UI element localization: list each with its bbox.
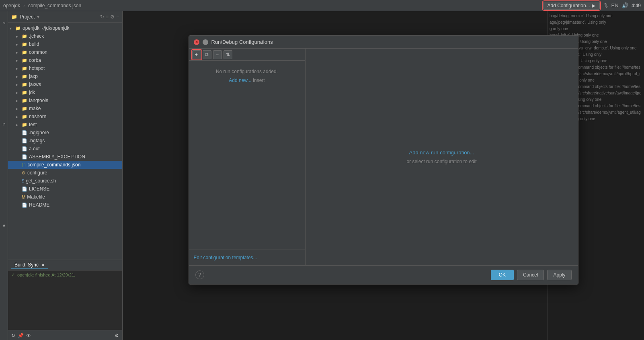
tree-item-label: .hgignore bbox=[29, 130, 49, 135]
folder-icon: 📁 bbox=[22, 98, 27, 103]
ok-button[interactable]: OK bbox=[491, 270, 514, 280]
tree-item[interactable]: ▸ 📁 corba bbox=[8, 56, 122, 64]
tree-item[interactable]: ▸ 📁 langtools bbox=[8, 96, 122, 104]
tree-item[interactable]: ▸ 📁 jaxws bbox=[8, 80, 122, 88]
dialog-action-bar: ? OK Cancel Apply bbox=[189, 265, 578, 284]
settings-icon[interactable]: ⚙ bbox=[110, 14, 115, 20]
tree-item[interactable]: ▸ $ get_source.sh bbox=[8, 177, 122, 185]
project-title: Project bbox=[20, 14, 35, 20]
apply-button[interactable]: Apply bbox=[547, 270, 571, 280]
project-icon[interactable]: P bbox=[0, 13, 8, 33]
or-select-text: or select run configuration to edit bbox=[406, 159, 476, 164]
build-tab[interactable]: Build: Sync ✕ bbox=[11, 261, 48, 269]
cancel-button[interactable]: Cancel bbox=[517, 270, 544, 280]
tree-item[interactable]: ▾ 📁 openjdk ~/jdk/openjdk bbox=[8, 24, 122, 32]
folder-icon: 📁 bbox=[22, 114, 27, 119]
folder-icon: 📁 bbox=[22, 74, 27, 79]
file-icon: 📄 bbox=[22, 146, 27, 152]
eye-icon[interactable]: 👁 bbox=[26, 333, 31, 338]
tree-item-label: README bbox=[29, 202, 49, 208]
run-debug-dialog: ✕ Run/Debug Configurations + bbox=[189, 35, 578, 285]
tree-item[interactable]: ▸ 📁 jaxp bbox=[8, 72, 122, 80]
project-name: openjdk bbox=[3, 3, 20, 8]
folder-icon: 📁 bbox=[22, 50, 27, 55]
copy-button[interactable]: ⧉ bbox=[203, 50, 211, 59]
tree-item-label: configure bbox=[27, 170, 47, 176]
dialog-close-button[interactable]: ✕ bbox=[194, 39, 199, 45]
project-header: 📁 Project ▾ ↻ ≡ ⚙ − bbox=[8, 11, 122, 23]
tree-item-label: a.out bbox=[29, 146, 40, 152]
tree-item-label: langtools bbox=[29, 98, 48, 103]
tree-item[interactable]: ▸ 📄 ASSEMBLY_EXCEPTION bbox=[8, 153, 122, 161]
help-icon: ? bbox=[198, 272, 201, 278]
add-new-link[interactable]: Add new... bbox=[229, 78, 251, 83]
favorites-icon[interactable]: ★ bbox=[0, 215, 8, 236]
top-bar-icons: ⇅ EN 🔊 4:49 bbox=[604, 2, 641, 8]
dialog-action-buttons: OK Cancel Apply bbox=[491, 270, 572, 280]
tree-item-selected[interactable]: ▸ { } compile_commands.json bbox=[8, 161, 122, 169]
tree-item-label: compile_commands.json bbox=[27, 162, 80, 168]
time-display: 4:49 bbox=[632, 3, 641, 8]
tree-item[interactable]: ▸ 📁 .jcheck bbox=[8, 32, 122, 40]
tree-item-label: build bbox=[29, 41, 39, 47]
dialog-left-panel: + ⧉ − ⇅ bbox=[189, 49, 306, 265]
arrows-icon: ⇅ bbox=[604, 2, 608, 8]
dialog-minimize-button[interactable] bbox=[203, 39, 208, 45]
copy-icon: ⧉ bbox=[205, 52, 209, 57]
project-panel: 📁 Project ▾ ↻ ≡ ⚙ − ▾ 📁 openjdk ~/jdk/op… bbox=[8, 11, 123, 340]
left-sidebar-icons: P S ★ bbox=[0, 11, 8, 340]
dialog-title-bar: ✕ Run/Debug Configurations bbox=[189, 36, 578, 49]
tree-item[interactable]: ▸ M Makefile bbox=[8, 193, 122, 201]
build-status-text: openjdk: finished At 12/29/21, bbox=[17, 272, 75, 277]
structure-icon[interactable]: S bbox=[0, 114, 8, 134]
tree-item-label: nashorn bbox=[29, 114, 46, 119]
tree-item[interactable]: ▸ 📁 nashorn bbox=[8, 113, 122, 121]
help-button[interactable]: ? bbox=[195, 270, 204, 279]
chevron-right-icon: ▸ bbox=[16, 123, 20, 127]
tree-item[interactable]: ▸ 📄 a.out bbox=[8, 145, 122, 153]
close-panel-icon[interactable]: − bbox=[116, 14, 119, 20]
pin-icon[interactable]: 📌 bbox=[18, 333, 24, 338]
tree-item-label: hotspot bbox=[29, 66, 45, 71]
sort-button[interactable]: ⇅ bbox=[224, 50, 232, 59]
tree-item[interactable]: ▸ 📄 LICENSE bbox=[8, 185, 122, 193]
tree-item[interactable]: ▸ 📁 common bbox=[8, 48, 122, 56]
tree-item[interactable]: ▸ 📁 build bbox=[8, 40, 122, 48]
breadcrumb-separator: › bbox=[23, 3, 25, 8]
add-config-label: Add Configuration... bbox=[548, 3, 590, 8]
settings-bottom-icon: ⚙ bbox=[115, 333, 119, 338]
collapse-icon[interactable]: ≡ bbox=[106, 14, 109, 20]
tree-item[interactable]: ▸ 📄 .hgignore bbox=[8, 129, 122, 137]
tree-item[interactable]: ▸ 📁 jdk bbox=[8, 88, 122, 96]
tree-item-label: openjdk ~/jdk/openjdk bbox=[23, 25, 69, 31]
folder-icon: 📁 bbox=[22, 90, 27, 95]
tree-item-label: ASSEMBLY_EXCEPTION bbox=[29, 154, 85, 160]
sort-icon: ⇅ bbox=[226, 52, 230, 57]
add-configuration-button[interactable]: Add Configuration... ▶ bbox=[543, 2, 600, 10]
folder-icon: 📁 bbox=[15, 26, 21, 31]
dialog-title: Run/Debug Configurations bbox=[211, 39, 273, 45]
tree-item-label: LICENSE bbox=[29, 186, 49, 192]
tree-item[interactable]: ▸ 📁 test bbox=[8, 121, 122, 129]
file-icon: 📄 bbox=[22, 154, 27, 160]
tree-item-label: .hgtags bbox=[29, 138, 45, 143]
chevron-right-icon: ▸ bbox=[16, 115, 20, 119]
sync-action-icon[interactable]: ↻ bbox=[11, 333, 15, 338]
tree-item-label: jaxws bbox=[29, 82, 41, 87]
tree-item[interactable]: ▸ 📄 .hgtags bbox=[8, 137, 122, 145]
tree-item[interactable]: ▸ 📁 hotspot bbox=[8, 64, 122, 72]
tree-item-label: corba bbox=[29, 57, 41, 63]
tree-item[interactable]: ▸ ⚙ configure bbox=[8, 169, 122, 177]
add-configuration-toolbar-button[interactable]: + bbox=[192, 50, 201, 59]
tree-item[interactable]: ▸ 📁 make bbox=[8, 104, 122, 113]
add-new-run-config-link[interactable]: Add new run configuration... bbox=[409, 150, 474, 156]
file-icon: 📄 bbox=[22, 130, 27, 135]
remove-button[interactable]: − bbox=[213, 50, 222, 59]
sh-file-icon: $ bbox=[22, 178, 24, 183]
sync-icon[interactable]: ↻ bbox=[100, 14, 104, 20]
add-new-area: Add new... Insert bbox=[229, 78, 265, 83]
tree-item[interactable]: ▸ 📄 README bbox=[8, 201, 122, 209]
folder-icon: 📁 bbox=[22, 66, 27, 71]
close-tab-icon[interactable]: ✕ bbox=[41, 263, 45, 267]
edit-templates-link[interactable]: Edit configuration templates... bbox=[194, 255, 257, 260]
